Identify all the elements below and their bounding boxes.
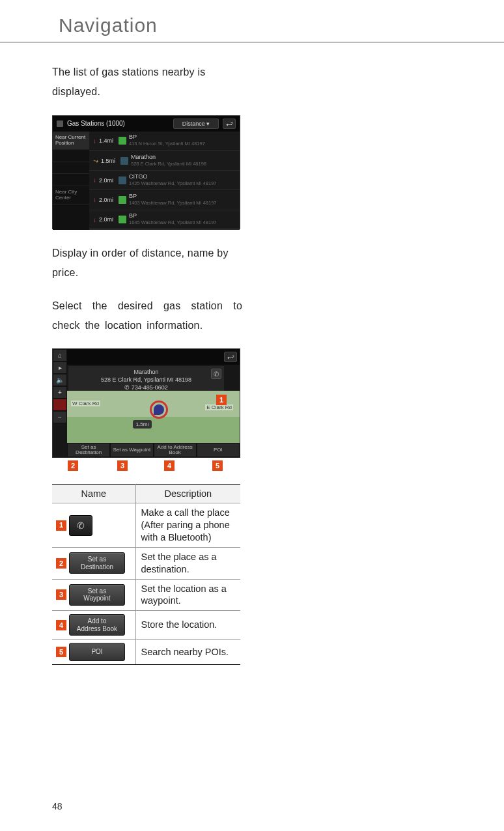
brand-logo-icon: [119, 196, 126, 204]
road-label: W Clark Rd: [71, 401, 100, 406]
station-addr: 1403 Washtenaw Rd, Ypsilanti MI 48197: [129, 200, 217, 206]
list-item[interactable]: ↘ 1.5mi Marathon528 E Clark Rd, Ypsilant…: [89, 151, 240, 171]
brand-logo-icon: [119, 216, 126, 223]
sort-label: Distance: [182, 120, 205, 127]
page-header: Navigation: [0, 0, 504, 43]
sidebar-blank[interactable]: [53, 174, 89, 186]
legend-table: Name Description 1 ✆ Make a call the pla…: [52, 484, 240, 664]
station-addr: 1645 Washtenaw Rd, Ypsilanti MI 48197: [129, 219, 217, 225]
scale-button[interactable]: [53, 399, 67, 411]
place-address: 528 E Clark Rd, Ypsilanti MI 48198: [68, 376, 224, 384]
callout-marker: 3: [56, 589, 66, 600]
distance-label: 2.0mi: [99, 197, 116, 203]
legend-desc: Set the place as a destination.: [135, 547, 240, 579]
back-button[interactable]: ⮐: [224, 352, 237, 362]
direction-arrow-icon: ↓: [93, 137, 96, 145]
poi-button[interactable]: POI: [197, 443, 240, 457]
set-destination-button-img: Set asDestination: [69, 552, 125, 574]
table-row: 2 Set asDestination Set the place as a d…: [52, 547, 240, 579]
gas-station-list-screen: Gas Stations (1000) Distance ▾ ⮐ Near Cu…: [52, 115, 240, 229]
table-row: 1 ✆ Make a call the place (After paring …: [52, 503, 240, 548]
location-detail-screen: ⮐ ⌂ ▸ 🔈 + − Marathon 528 E Clark Rd, Yps…: [52, 348, 240, 458]
zoom-out-button[interactable]: −: [53, 411, 67, 423]
screen1-sidebar: Near Current Position Near City Center: [53, 132, 89, 230]
distance-label: 2.0mi: [99, 177, 116, 184]
direction-arrow-icon: ↘: [92, 156, 100, 165]
distance-label: 1.4mi: [99, 137, 116, 144]
callout-marker: 5: [56, 647, 66, 657]
content-column: The list of gas stations nearby is displ…: [52, 63, 242, 665]
sort-dropdown[interactable]: Distance ▾: [173, 119, 219, 129]
callout-marker: 4: [56, 620, 66, 630]
home-icon[interactable]: ⌂: [53, 349, 67, 361]
page-title: Navigation: [59, 14, 504, 36]
direction-arrow-icon: ↓: [93, 196, 96, 203]
legend-desc: Store the location.: [135, 611, 240, 640]
distance-bubble: 1.5mi: [133, 420, 152, 429]
zoom-in-button[interactable]: +: [53, 386, 67, 399]
callout-marker: 1: [56, 520, 66, 531]
callout-marker-1: 1: [216, 395, 227, 405]
station-name: BP: [129, 134, 137, 140]
map-view[interactable]: W Clark Rd E Clark Rd 1.5mi: [67, 391, 240, 443]
address-book-button-img: Add toAddress Book: [69, 614, 125, 636]
legend-desc: Make a call the place (After paring a ph…: [135, 503, 240, 548]
set-destination-button[interactable]: Set as Destination: [67, 443, 110, 457]
screen2-bottom-buttons: Set as Destination Set as Waypoint Add t…: [67, 443, 240, 457]
volume-icon[interactable]: 🔈: [53, 374, 67, 386]
map-pin-icon: [150, 401, 168, 419]
station-addr: 528 E Clark Rd, Ypsilanti MI 48198: [131, 161, 206, 167]
brand-logo-icon: [119, 176, 126, 184]
list-item[interactable]: ↓ 1.4mi BP413 N Huron St, Ypsilanti MI 4…: [89, 132, 240, 151]
sidebar-near-city[interactable]: Near City Center: [53, 186, 89, 204]
brand-logo-icon: [119, 137, 126, 145]
sidebar-near-current[interactable]: Near Current Position: [53, 132, 89, 150]
road-label: E Clark Rd: [205, 404, 233, 410]
fuel-icon: [57, 120, 63, 127]
distance-label: 1.5mi: [101, 158, 118, 164]
page-number: 48: [52, 801, 63, 811]
legend-desc: Search nearby POIs.: [135, 640, 240, 665]
set-waypoint-button-img: Set asWaypoint: [69, 584, 125, 606]
back-button[interactable]: ⮐: [223, 119, 236, 129]
table-row: 5 POI Search nearby POIs.: [52, 640, 240, 665]
legend-head-desc: Description: [135, 485, 240, 503]
screen1-header: Gas Stations (1000) Distance ▾ ⮐: [53, 116, 240, 132]
set-waypoint-button[interactable]: Set as Waypoint: [110, 443, 153, 457]
station-list: ↓ 1.4mi BP413 N Huron St, Ypsilanti MI 4…: [89, 132, 240, 230]
list-item[interactable]: ↓ 2.0mi BP1403 Washtenaw Rd, Ypsilanti M…: [89, 190, 240, 210]
station-name: CITGO: [129, 173, 148, 180]
station-addr: 413 N Huron St, Ypsilanti MI 48197: [129, 141, 205, 147]
list-item[interactable]: ↓ 2.0mi CITGO1425 Washtenaw Rd, Ypsilant…: [89, 171, 240, 190]
distance-label: 2.0mi: [99, 216, 116, 223]
body-p1: The list of gas stations nearby is displ…: [52, 63, 242, 102]
menu-icon[interactable]: ▸: [53, 361, 67, 374]
table-row: 3 Set asWaypoint Set the location as a w…: [52, 579, 240, 611]
sidebar-blank[interactable]: [53, 150, 89, 162]
body-p2: Display in order of distance, name by pr…: [52, 244, 242, 283]
callout-marker: 4: [164, 460, 175, 471]
direction-arrow-icon: ↓: [93, 216, 96, 223]
map-side-controls: ⌂ ▸ 🔈 + −: [53, 349, 67, 457]
place-info-bar: Marathon 528 E Clark Rd, Ypsilanti MI 48…: [68, 366, 224, 391]
table-row: 4 Add toAddress Book Store the location.: [52, 611, 240, 640]
add-address-book-button[interactable]: Add to Address Book: [154, 443, 197, 457]
list-item[interactable]: ↓ 2.0mi BP1645 Washtenaw Rd, Ypsilanti M…: [89, 210, 240, 230]
call-button[interactable]: ✆: [211, 369, 221, 379]
station-name: Marathon: [131, 154, 156, 160]
body-p3: Select the desired gas station to check …: [52, 296, 242, 336]
screen1-title: Gas Stations (1000): [67, 120, 169, 127]
phone-button-img: ✆: [69, 515, 92, 536]
legend-desc: Set the location as a waypoint.: [135, 579, 240, 611]
poi-button-img: POI: [69, 643, 125, 661]
brand-logo-icon: [120, 157, 128, 165]
callout-marker: 3: [117, 460, 128, 471]
legend-head-name: Name: [52, 485, 135, 503]
direction-arrow-icon: ↓: [93, 176, 96, 184]
station-name: BP: [129, 193, 137, 199]
station-addr: 1425 Washtenaw Rd, Ypsilanti MI 48197: [129, 180, 217, 186]
station-name: BP: [129, 212, 137, 219]
phone-icon: ✆: [214, 370, 219, 378]
callout-row: 2 3 4 5: [52, 460, 242, 476]
sidebar-blank[interactable]: [53, 162, 89, 175]
